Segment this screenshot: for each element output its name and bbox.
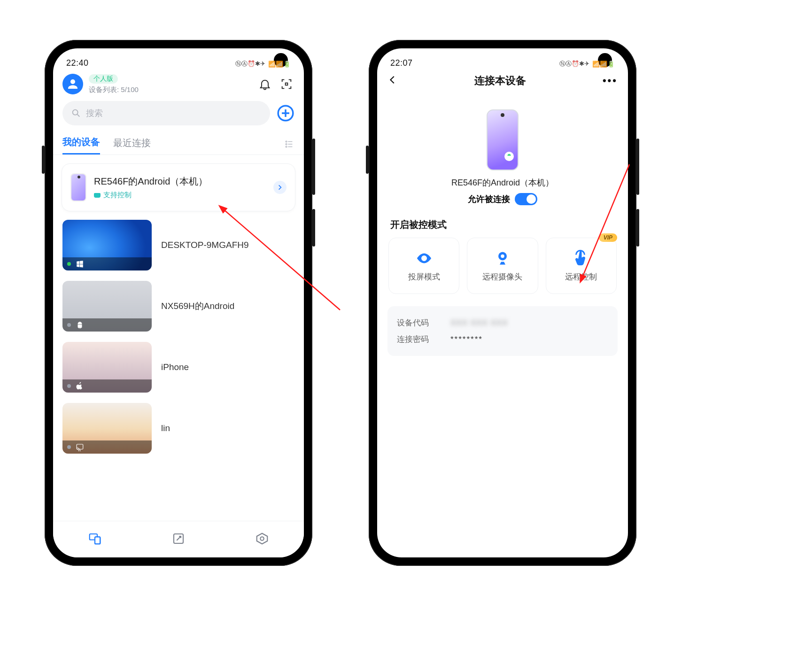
bell-icon[interactable] [257, 76, 273, 92]
phone-frame-left: 22:40 ⓃⒶ⏰✱✈︎📶📶🔋 个人版 设备列表: 5/100 [45, 40, 312, 566]
nav-remote[interactable] [171, 532, 186, 548]
password-value: ******** [450, 335, 483, 344]
touch-icon [573, 250, 589, 267]
device-name-label: RE546F的Android（本机） [377, 177, 628, 188]
avatar[interactable] [62, 74, 83, 94]
svg-point-2 [286, 141, 287, 142]
apple-icon [76, 382, 84, 390]
device-code-value: XXX XXX XXX [450, 318, 508, 328]
status-dot [67, 445, 71, 449]
device-count: 设备列表: 5/100 [89, 85, 139, 94]
header: 个人版 设备列表: 5/100 [53, 69, 304, 97]
device-item[interactable]: DESKTOP-9MGAFH9 [53, 220, 304, 270]
password-label: 连接密码 [397, 334, 439, 345]
phone-frame-right: 22:07 ⓃⒶ⏰✱✈︎📶📶🔋 连接本设备 ••• RE546F的Android… [369, 40, 636, 566]
page-header: 连接本设备 ••• [377, 69, 628, 91]
status-icons: ⓃⒶ⏰✱✈︎📶📶🔋 [235, 60, 291, 68]
android-icon [76, 321, 84, 329]
back-button[interactable] [387, 75, 398, 87]
device-name: DESKTOP-9MGAFH9 [161, 240, 249, 250]
more-icon[interactable]: ••• [603, 75, 618, 87]
mode-camera[interactable]: 远程摄像头 [467, 238, 538, 294]
status-dot [67, 323, 71, 327]
status-icons: ⓃⒶ⏰✱✈︎📶📶🔋 [559, 60, 615, 68]
tab-recent[interactable]: 最近连接 [113, 137, 151, 154]
svg-point-3 [286, 144, 287, 145]
device-code-label: 设备代码 [397, 317, 439, 328]
status-time: 22:40 [66, 58, 89, 68]
search-icon [71, 108, 81, 118]
plan-badge: 个人版 [89, 74, 118, 84]
tab-my-devices[interactable]: 我的设备 [62, 136, 100, 154]
section-title: 开启被控模式 [377, 205, 628, 238]
phone-icon [70, 173, 86, 201]
control-icon [94, 193, 101, 198]
card-title: RE546F的Android（本机） [94, 175, 266, 188]
allow-connect-toggle[interactable] [515, 193, 537, 205]
status-dot-online [67, 262, 71, 266]
search-input[interactable]: 搜索 [62, 101, 270, 125]
device-illustration [487, 109, 519, 170]
device-thumbnail [62, 220, 152, 270]
mode-screencast[interactable]: 投屏模式 [388, 238, 459, 294]
webcam-icon [494, 250, 511, 267]
allow-connect-label: 允许被连接 [468, 193, 510, 205]
windows-icon [76, 260, 84, 268]
device-thumbnail [62, 403, 152, 454]
device-thumbnail [62, 342, 152, 393]
device-name: iPhone [161, 362, 189, 372]
search-placeholder: 搜索 [86, 108, 103, 119]
user-icon [66, 77, 80, 91]
vip-badge: VIP [599, 233, 617, 242]
status-dot [67, 384, 71, 388]
chevron-right-icon [273, 181, 287, 194]
this-device-card[interactable]: RE546F的Android（本机） 支持控制 [62, 163, 295, 211]
svg-point-4 [286, 146, 287, 147]
mode-remote-control[interactable]: VIP 远程控制 [546, 238, 617, 294]
bottom-nav [53, 521, 304, 557]
eye-icon [416, 250, 433, 267]
device-item[interactable]: lin [53, 403, 304, 454]
scan-icon[interactable] [279, 76, 294, 92]
status-time: 22:07 [390, 58, 413, 68]
view-toggle-icon[interactable] [284, 139, 294, 151]
device-name: lin [161, 423, 170, 433]
nav-devices[interactable] [88, 532, 102, 548]
page-title: 连接本设备 [474, 74, 526, 88]
card-subtitle: 支持控制 [94, 191, 266, 200]
svg-point-12 [501, 254, 504, 258]
svg-point-10 [260, 537, 264, 541]
connection-info: 设备代码 XXX XXX XXX 连接密码 ******** [387, 306, 618, 356]
svg-rect-7 [95, 537, 100, 544]
status-bar: 22:40 ⓃⒶ⏰✱✈︎📶📶🔋 [53, 48, 304, 69]
android-badge-icon [504, 152, 514, 161]
device-name: NX569H的Android [161, 300, 234, 312]
add-button[interactable] [277, 104, 294, 122]
device-item[interactable]: NX569H的Android [53, 281, 304, 332]
device-item[interactable]: iPhone [53, 342, 304, 393]
nav-settings[interactable] [255, 532, 269, 548]
plus-icon [277, 104, 294, 122]
cast-icon [76, 443, 84, 451]
device-thumbnail [62, 281, 152, 332]
svg-point-0 [73, 110, 78, 115]
status-bar: 22:07 ⓃⒶ⏰✱✈︎📶📶🔋 [377, 48, 628, 69]
svg-rect-5 [77, 444, 83, 449]
